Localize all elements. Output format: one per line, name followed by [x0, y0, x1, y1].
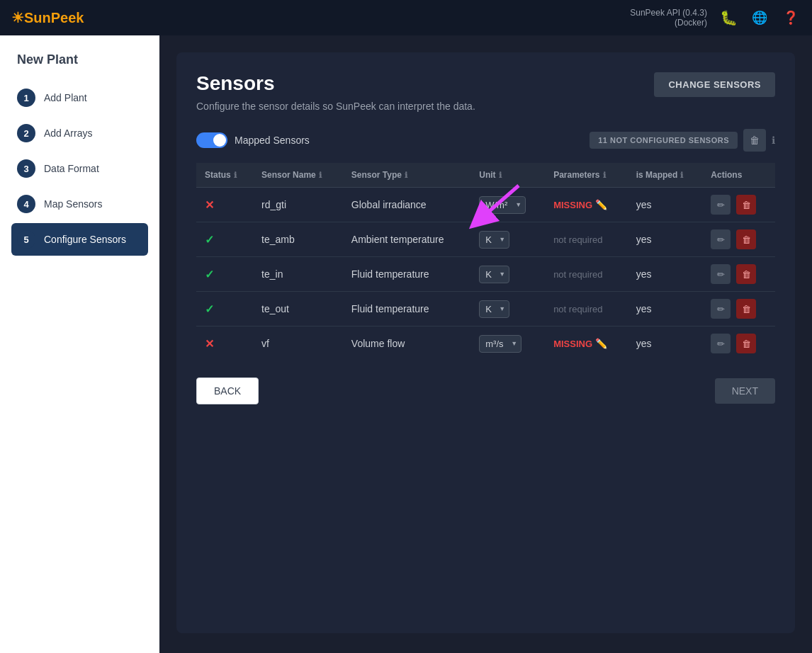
sidebar-label-data-format: Data Format	[44, 163, 99, 174]
missing-badge: MISSING ✏️	[553, 338, 619, 349]
delete-button-2[interactable]: 🗑	[736, 264, 756, 284]
actions-group-3: ✏ 🗑	[711, 299, 767, 319]
edit-button-4[interactable]: ✏	[711, 334, 731, 353]
content: Sensors Configure the sensor details so …	[159, 35, 812, 653]
actions-cell-4: ✏ 🗑	[702, 326, 775, 361]
trash-button[interactable]: 🗑	[743, 129, 766, 152]
table-container: Status ℹ Sensor Name ℹ	[196, 163, 775, 360]
mapped-cell-4: yes	[628, 326, 703, 361]
edit-button-2[interactable]: ✏	[711, 264, 731, 284]
actions-cell-1: ✏ 🗑	[702, 222, 775, 257]
status-error-icon: ✕	[205, 338, 214, 350]
status-ok-icon: ✓	[205, 234, 214, 246]
table-header-row: Status ℹ Sensor Name ℹ	[196, 163, 775, 188]
status-cell-2: ✓	[196, 257, 253, 292]
mapped-cell-1: yes	[628, 222, 703, 257]
sidebar-label-add-plant: Add Plant	[44, 92, 87, 103]
unit-select-1[interactable]: K	[479, 231, 509, 249]
sidebar: New Plant 1 Add Plant 2 Add Arrays 3 Dat…	[0, 35, 159, 653]
actions-cell-0: ✏ 🗑	[702, 188, 775, 222]
bug-icon[interactable]: 🐛	[718, 8, 738, 28]
panel: Sensors Configure the sensor details so …	[176, 52, 795, 633]
unit-select-0[interactable]: W/m²	[479, 196, 526, 214]
main-layout: New Plant 1 Add Plant 2 Add Arrays 3 Dat…	[0, 35, 812, 653]
th-parameters: Parameters ℹ	[545, 163, 627, 188]
sensor-type-cell-4: Volume flow	[343, 326, 470, 361]
sidebar-label-add-arrays: Add Arrays	[44, 127, 92, 139]
step-num-4: 4	[17, 195, 35, 213]
actions-group-1: ✏ 🗑	[711, 229, 767, 249]
sensor-name-cell-3: te_out	[253, 292, 343, 326]
unit-cell-4: m³/s	[470, 326, 545, 361]
actions-group-0: ✏ 🗑	[711, 195, 767, 215]
sidebar-label-map-sensors: Map Sensors	[44, 198, 102, 210]
step-num-2: 2	[17, 124, 35, 142]
param-cell-2: not required	[545, 257, 627, 292]
actions-group-4: ✏ 🗑	[711, 334, 767, 353]
mapped-sensors-toggle[interactable]	[196, 132, 227, 148]
not-required-text: not required	[553, 304, 602, 314]
status-cell-0: ✕	[196, 188, 253, 222]
not-required-text: not required	[553, 269, 602, 280]
param-cell-3: not required	[545, 292, 627, 326]
edit-button-0[interactable]: ✏	[711, 195, 731, 215]
sensor-type-cell-1: Ambient temperature	[343, 222, 470, 257]
delete-button-1[interactable]: 🗑	[736, 229, 756, 249]
sensors-table: Status ℹ Sensor Name ℹ	[196, 163, 775, 360]
step-num-1: 1	[17, 89, 35, 107]
sidebar-item-add-plant[interactable]: 1 Add Plant	[11, 81, 148, 114]
mapped-cell-3: yes	[628, 292, 703, 326]
change-sensors-button[interactable]: CHANGE SENSORS	[654, 72, 775, 97]
step-num-5: 5	[17, 230, 35, 249]
table-row: ✓te_inFluid temperatureKnot requiredyes …	[196, 257, 775, 292]
edit-button-3[interactable]: ✏	[711, 299, 731, 319]
delete-button-0[interactable]: 🗑	[736, 195, 756, 215]
param-cell-1: not required	[545, 222, 627, 257]
delete-button-4[interactable]: 🗑	[736, 334, 756, 353]
unit-select-3[interactable]: K	[479, 300, 509, 318]
help-icon[interactable]: ❓	[781, 8, 801, 28]
status-cell-1: ✓	[196, 222, 253, 257]
nav-right: SunPeek API (0.4.3) (Docker) 🐛 🌐 ❓	[630, 8, 801, 28]
mapped-bar: Mapped Sensors 11 NOT CONFIGURED SENSORS…	[196, 129, 775, 152]
not-configured-badge: 11 NOT CONFIGURED SENSORS 🗑 ℹ	[590, 129, 775, 152]
logo-sun: ☀	[11, 10, 24, 25]
sensor-type-cell-3: Fluid temperature	[343, 292, 470, 326]
sensor-name-cell-1: te_amb	[253, 222, 343, 257]
unit-cell-3: K	[470, 292, 545, 326]
back-button[interactable]: BACK	[196, 377, 259, 404]
table-head: Status ℹ Sensor Name ℹ	[196, 163, 775, 188]
unit-select-2[interactable]: K	[479, 266, 509, 283]
sensor-type-cell-0: Global irradiance	[343, 188, 470, 222]
delete-button-3[interactable]: 🗑	[736, 299, 756, 319]
sidebar-item-add-arrays[interactable]: 2 Add Arrays	[11, 117, 148, 149]
th-sensor-name: Sensor Name ℹ	[253, 163, 343, 188]
info-icon[interactable]: ℹ	[772, 135, 775, 146]
unit-cell-1: K	[470, 222, 545, 257]
mapped-cell-0: yes	[628, 188, 703, 222]
toggle-label: Mapped Sensors	[235, 135, 310, 146]
actions-cell-3: ✏ 🗑	[702, 292, 775, 326]
table-row: ✓te_outFluid temperatureKnot requiredyes…	[196, 292, 775, 326]
table-row: ✕rd_gtiGlobal irradianceW/m²MISSING ✏️ye…	[196, 188, 775, 222]
unit-select-4[interactable]: m³/s	[479, 335, 521, 353]
logo-text: SunPeek	[24, 10, 84, 25]
sidebar-item-map-sensors[interactable]: 4 Map Sensors	[11, 188, 148, 220]
status-error-icon: ✕	[205, 199, 214, 211]
panel-subtitle: Configure the sensor details so SunPeek …	[196, 101, 775, 112]
toggle-group: Mapped Sensors	[196, 132, 310, 148]
sensor-name-cell-0: rd_gti	[253, 188, 343, 222]
edit-button-1[interactable]: ✏	[711, 229, 731, 249]
unit-cell-0: W/m²	[470, 188, 545, 222]
th-status: Status ℹ	[196, 163, 253, 188]
next-button[interactable]: NEXT	[715, 378, 775, 404]
sidebar-title: New Plant	[11, 52, 148, 67]
logo: ☀SunPeek	[11, 9, 84, 26]
sidebar-item-configure-sensors[interactable]: 5 Configure Sensors	[11, 223, 148, 256]
topnav: ☀SunPeek SunPeek API (0.4.3) (Docker) 🐛 …	[0, 0, 812, 35]
table-row: ✓te_ambAmbient temperatureKnot requiredy…	[196, 222, 775, 257]
sidebar-item-data-format[interactable]: 3 Data Format	[11, 152, 148, 185]
sidebar-label-configure-sensors: Configure Sensors	[44, 234, 126, 245]
status-ok-icon: ✓	[205, 268, 214, 280]
globe-icon[interactable]: 🌐	[750, 8, 769, 28]
